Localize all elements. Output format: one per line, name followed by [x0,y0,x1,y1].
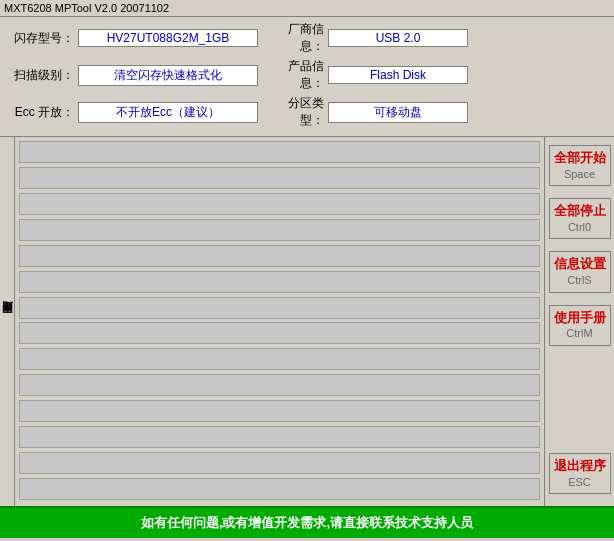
left-panel: 固定进度界面 [0,137,15,506]
flash-type-label: 闪存型号： [8,30,78,47]
grid-row [19,322,540,344]
product-info-label: 产品信息： [258,58,328,92]
grid-row [19,167,540,189]
info-row-2: 扫描级别： 清空闪存快速格式化 产品信息： Flash Disk [8,58,606,92]
scan-level-label: 扫描级别： [8,67,78,84]
grid-row [19,297,540,319]
info-settings-shortcut: CtrlS [552,273,608,287]
start-all-button[interactable]: 全部开始 Space [549,145,611,186]
grid-row [19,452,540,474]
user-manual-button[interactable]: 使用手册 CtrlM [549,305,611,346]
info-settings-button[interactable]: 信息设置 CtrlS [549,251,611,292]
grid-row [19,271,540,293]
right-buttons-panel: 全部开始 Space 全部停止 Ctrl0 信息设置 CtrlS 使用手册 Ct… [544,137,614,506]
grid-row [19,245,540,267]
flash-type-value: HV27UT088G2M_1GB [78,29,258,47]
content-area: 固定进度界面 全部开始 Space 全部停止 Ctrl [0,137,614,506]
main-container: 闪存型号： HV27UT088G2M_1GB 厂商信息： USB 2.0 扫描级… [0,17,614,538]
scan-level-value: 清空闪存快速格式化 [78,65,258,86]
grid-row [19,141,540,163]
bottom-bar: 如有任何问题,或有增值开发需求,请直接联系技术支持人员 [0,506,614,538]
grid-row [19,219,540,241]
grid-area [15,137,544,506]
exit-button[interactable]: 退出程序 ESC [549,453,611,494]
title-bar: MXT6208 MPTool V2.0 20071102 [0,0,614,17]
partition-type-label: 分区类型： [258,95,328,129]
grid-row [19,348,540,370]
info-row-3: Ecc 开放： 不开放Ecc（建议） 分区类型： 可移动盘 [8,95,606,129]
user-manual-shortcut: CtrlM [552,326,608,340]
grid-row [19,478,540,500]
stop-all-label: 全部停止 [552,203,608,220]
title-text: MXT6208 MPTool V2.0 20071102 [4,2,169,14]
grid-row [19,374,540,396]
user-manual-label: 使用手册 [552,310,608,327]
start-all-shortcut: Space [552,167,608,181]
grid-row [19,400,540,422]
ecc-value: 不开放Ecc（建议） [78,102,258,123]
grid-row [19,193,540,215]
info-settings-label: 信息设置 [552,256,608,273]
ecc-label: Ecc 开放： [8,104,78,121]
stop-all-shortcut: Ctrl0 [552,220,608,234]
info-section: 闪存型号： HV27UT088G2M_1GB 厂商信息： USB 2.0 扫描级… [0,17,614,137]
exit-shortcut: ESC [552,475,608,489]
product-info-value: Flash Disk [328,66,468,84]
vendor-info-value: USB 2.0 [328,29,468,47]
vendor-info-label: 厂商信息： [258,21,328,55]
info-row-1: 闪存型号： HV27UT088G2M_1GB 厂商信息： USB 2.0 [8,21,606,55]
exit-label: 退出程序 [552,458,608,475]
partition-type-value: 可移动盘 [328,102,468,123]
grid-row [19,426,540,448]
start-all-label: 全部开始 [552,150,608,167]
bottom-bar-text: 如有任何问题,或有增值开发需求,请直接联系技术支持人员 [141,515,473,530]
stop-all-button[interactable]: 全部停止 Ctrl0 [549,198,611,239]
